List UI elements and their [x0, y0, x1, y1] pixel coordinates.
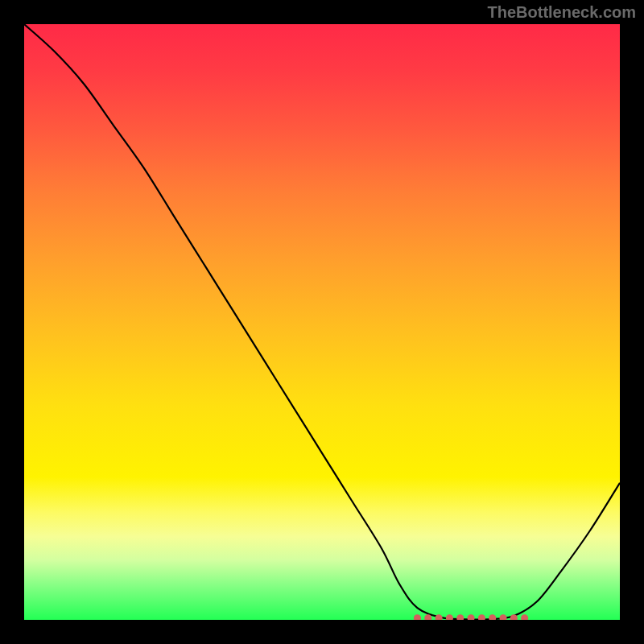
plot-area	[24, 24, 620, 620]
chart-svg	[24, 24, 620, 620]
watermark-text: TheBottleneck.com	[488, 3, 636, 22]
bottleneck-curve	[24, 24, 620, 620]
